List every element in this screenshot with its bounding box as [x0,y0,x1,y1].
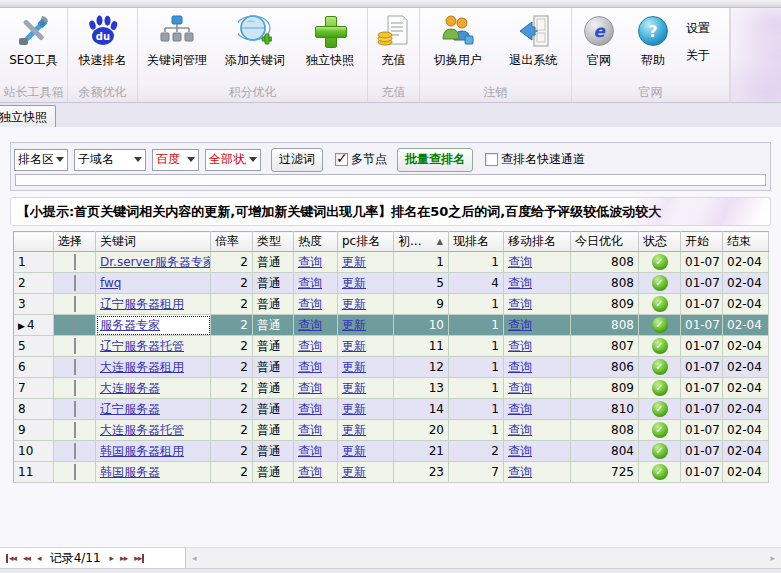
keyword-link[interactable]: 大连服务器租用 [96,357,211,378]
table-row[interactable]: 11韩国服务器2普通查询更新237查询725✓01-0702-04 [14,462,769,483]
checkbox-unchecked-icon[interactable] [74,401,76,417]
heat-query-link[interactable]: 查询 [298,297,322,311]
pc-update-link[interactable]: 更新 [342,402,366,416]
row-checkbox[interactable] [54,462,96,483]
column-header-热度[interactable]: 热度 [294,232,338,252]
heat-query-link[interactable]: 查询 [294,336,338,357]
row-checkbox[interactable] [54,399,96,420]
heat-query-link[interactable]: 查询 [298,402,322,416]
keyword-link[interactable]: 辽宁服务器 [96,399,211,420]
pc-update-link[interactable]: 更新 [342,339,366,353]
pc-update-link[interactable]: 更新 [338,378,394,399]
checkbox-unchecked-icon[interactable] [74,359,76,375]
checkbox-unchecked-icon[interactable] [74,296,76,312]
table-row[interactable]: 2fwq2普通查询更新54查询808✓01-0702-04 [14,273,769,294]
keyword-link[interactable]: 韩国服务器 [100,465,160,479]
heat-query-link[interactable]: 查询 [294,357,338,378]
pc-update-link[interactable]: 更新 [342,444,366,458]
column-header-今日优化[interactable]: 今日优化 [571,232,639,252]
row-checkbox[interactable] [54,378,96,399]
mobile-query-link[interactable]: 查询 [504,294,571,315]
pc-update-link[interactable]: 更新 [338,252,394,273]
table-row[interactable]: 3辽宁服务器租用2普通查询更新91查询809✓01-0702-04 [14,294,769,315]
pc-update-link[interactable]: 更新 [342,423,366,437]
pc-update-link[interactable]: 更新 [338,336,394,357]
mobile-query-link[interactable]: 查询 [508,339,532,353]
heat-query-link[interactable]: 查询 [298,444,322,458]
next-record-button[interactable]: ▸ [110,554,114,563]
last-record-button[interactable]: ▸▸ [134,554,144,563]
keyword-link[interactable]: 辽宁服务器托管 [96,336,211,357]
column-header-类型[interactable]: 类型 [253,232,294,252]
row-checkbox[interactable] [54,315,96,336]
mobile-query-link[interactable]: 查询 [504,336,571,357]
subdomain-dropdown[interactable]: 子域名 [74,149,146,171]
row-checkbox[interactable] [54,252,96,273]
column-header-初...[interactable]: 初...▲ [394,232,449,252]
mobile-query-link[interactable]: 查询 [508,465,532,479]
table-row[interactable]: 10韩国服务器租用2普通查询更新212查询804✓01-0702-04 [14,441,769,462]
pc-update-link[interactable]: 更新 [342,465,366,479]
column-header-row-indicator[interactable] [14,232,54,252]
switch-user-button[interactable]: 切换用户 [420,8,496,85]
mobile-query-link[interactable]: 查询 [504,252,571,273]
checkbox-unchecked-icon[interactable] [74,422,76,438]
pc-update-link[interactable]: 更新 [342,381,366,395]
heat-query-link[interactable]: 查询 [298,255,322,269]
mobile-query-link[interactable]: 查询 [504,378,571,399]
heat-query-link[interactable]: 查询 [294,252,338,273]
tab-standalone-snapshot[interactable]: 独立快照 [0,105,56,127]
heat-query-link[interactable]: 查询 [298,318,322,332]
mobile-query-link[interactable]: 查询 [504,462,571,483]
pc-update-link[interactable]: 更新 [342,255,366,269]
help-button[interactable]: ? 帮助 [626,8,680,85]
row-checkbox[interactable] [54,420,96,441]
pc-update-link[interactable]: 更新 [338,315,394,336]
keyword-link[interactable]: 辽宁服务器租用 [100,297,184,311]
column-header-pc排名[interactable]: pc排名 [338,232,394,252]
search-engine-dropdown[interactable]: 百度 [152,149,199,171]
column-header-开始[interactable]: 开始 [681,232,723,252]
batch-check-rank-button[interactable]: 批量查排名 [397,148,473,172]
mobile-query-link[interactable]: 查询 [508,297,532,311]
column-header-移动排名[interactable]: 移动排名 [504,232,571,252]
keyword-link[interactable]: 辽宁服务器租用 [96,294,211,315]
mobile-query-link[interactable]: 查询 [508,444,532,458]
mobile-query-link[interactable]: 查询 [508,381,532,395]
pc-update-link[interactable]: 更新 [342,297,366,311]
status-filter-dropdown[interactable]: 全部状态 [205,149,261,171]
table-row[interactable]: 8辽宁服务器2普通查询更新141查询810✓01-0702-04 [14,399,769,420]
pc-update-link[interactable]: 更新 [338,273,394,294]
heat-query-link[interactable]: 查询 [298,423,322,437]
heat-query-link[interactable]: 查询 [298,339,322,353]
table-row[interactable]: 5辽宁服务器托管2普通查询更新111查询807✓01-0702-04 [14,336,769,357]
mobile-query-link[interactable]: 查询 [504,315,571,336]
settings-button[interactable]: 设置 [682,19,714,38]
heat-query-link[interactable]: 查询 [294,441,338,462]
multi-node-checkbox[interactable]: 多节点 [335,151,387,168]
checkbox-unchecked-icon[interactable] [74,317,76,333]
column-header-倍率[interactable]: 倍率 [211,232,253,252]
heat-query-link[interactable]: 查询 [294,378,338,399]
table-row[interactable]: 9大连服务器托管2普通查询更新201查询808✓01-0702-04 [14,420,769,441]
keyword-link[interactable]: 韩国服务器租用 [100,444,184,458]
horizontal-scrollbar[interactable]: ◂ ▸ [186,547,781,568]
keyword-link[interactable]: 大连服务器托管 [100,423,184,437]
pc-update-link[interactable]: 更新 [338,357,394,378]
keyword-manage-button[interactable]: 关键词管理 [138,8,216,85]
pc-update-link[interactable]: 更新 [338,462,394,483]
heat-query-link[interactable]: 查询 [294,399,338,420]
mobile-query-link[interactable]: 查询 [508,276,532,290]
column-header-现排名[interactable]: 现排名 [449,232,504,252]
standalone-snapshot-button[interactable]: 独立快照 [294,8,366,85]
keyword-link[interactable]: fwq [100,276,121,290]
mobile-query-link[interactable]: 查询 [504,399,571,420]
recharge-button[interactable]: 充值 [368,8,419,85]
heat-query-link[interactable]: 查询 [298,360,322,374]
pc-update-link[interactable]: 更新 [342,276,366,290]
keyword-link[interactable]: 韩国服务器 [96,462,211,483]
column-header-状态[interactable]: 状态 [639,232,681,252]
heat-query-link[interactable]: 查询 [294,462,338,483]
rank-range-dropdown[interactable]: 排名区间 [14,149,68,171]
mobile-query-link[interactable]: 查询 [508,402,532,416]
